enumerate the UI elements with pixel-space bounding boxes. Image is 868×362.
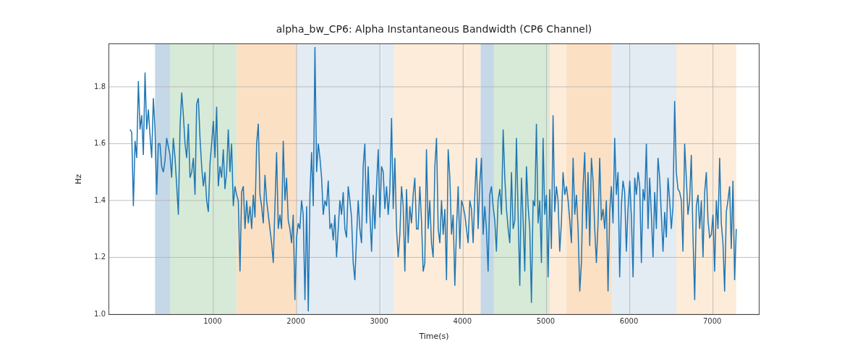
figure: alpha_bw_CP6: Alpha Instantaneous Bandwi… <box>0 0 868 362</box>
y-tick: 1.8 <box>85 82 106 90</box>
background-band <box>480 44 493 314</box>
x-axis-label: Time(s) <box>109 332 760 341</box>
y-tick: 1.0 <box>85 310 106 318</box>
x-tick: 2000 <box>286 317 305 325</box>
y-tick: 1.2 <box>85 253 106 261</box>
x-tick: 4000 <box>454 317 472 325</box>
background-band <box>237 44 297 314</box>
background-band <box>612 44 676 314</box>
plot-area <box>109 43 760 315</box>
x-tick: 5000 <box>537 317 555 325</box>
x-tick: 6000 <box>620 317 638 325</box>
y-tick: 1.4 <box>85 195 106 203</box>
x-tick: 7000 <box>703 317 721 325</box>
y-tick: 1.6 <box>85 139 106 147</box>
x-tick: 3000 <box>370 317 388 325</box>
background-bands <box>155 44 736 314</box>
chart-title: alpha_bw_CP6: Alpha Instantaneous Bandwi… <box>109 23 760 35</box>
x-tick: 1000 <box>203 317 221 325</box>
y-axis-label: Hz <box>72 43 84 315</box>
background-band <box>170 44 237 314</box>
